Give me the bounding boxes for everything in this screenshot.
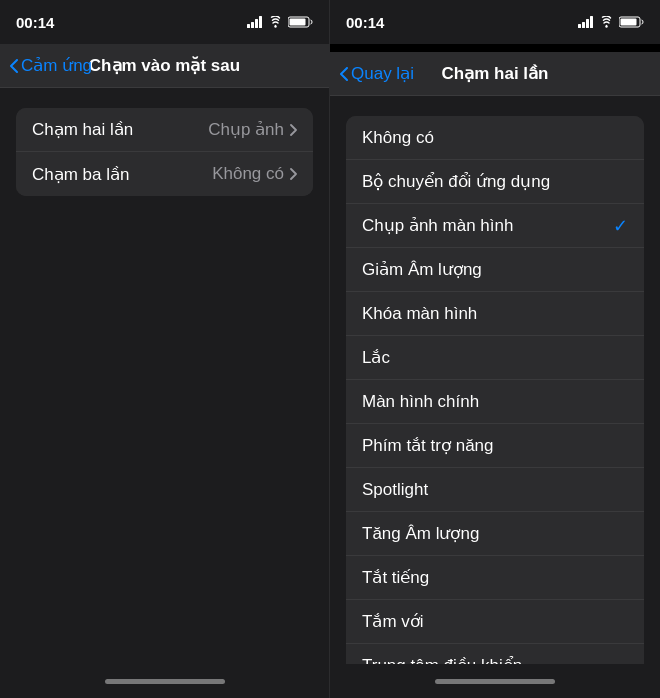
right-list-item[interactable]: Chụp ảnh màn hình✓	[346, 204, 644, 248]
left-back-label: Cảm ứng	[21, 55, 92, 76]
left-back-button[interactable]: Cảm ứng	[10, 55, 92, 76]
right-list-item[interactable]: Giảm Âm lượng	[346, 248, 644, 292]
right-list-item[interactable]: Tắt tiếng	[346, 556, 644, 600]
svg-rect-1	[251, 22, 254, 28]
right-list-item-label: Tăng Âm lượng	[362, 523, 479, 544]
svg-rect-10	[590, 16, 593, 28]
right-list-item-label: Không có	[362, 128, 434, 148]
left-item-triple-tap[interactable]: Chạm ba lần Không có	[16, 152, 313, 196]
left-status-bar: 00:14	[0, 0, 329, 44]
right-time: 00:14	[346, 14, 384, 31]
right-back-chevron-icon	[340, 67, 348, 81]
right-back-button[interactable]: Quay lại	[340, 63, 414, 84]
svg-rect-2	[255, 19, 258, 28]
left-panel: 00:14	[0, 0, 330, 698]
svg-rect-9	[586, 19, 589, 28]
left-time: 00:14	[16, 14, 54, 31]
right-list-item[interactable]: Tắm với	[346, 600, 644, 644]
battery-icon	[288, 16, 313, 28]
left-home-indicator	[0, 664, 329, 698]
right-list-item-label: Tắm với	[362, 611, 424, 632]
right-list-item[interactable]: Spotlight	[346, 468, 644, 512]
right-battery-icon	[619, 16, 644, 28]
signal-icon	[247, 16, 263, 28]
right-list-item-label: Lắc	[362, 347, 390, 368]
triple-tap-chevron-icon	[290, 168, 297, 180]
svg-rect-8	[582, 22, 585, 28]
right-list-item-label: Giảm Âm lượng	[362, 259, 482, 280]
right-list-item-label: Tắt tiếng	[362, 567, 429, 588]
right-list-item[interactable]: Màn hình chính	[346, 380, 644, 424]
left-item-triple-tap-label: Chạm ba lần	[32, 164, 129, 185]
right-signal-icon	[578, 16, 594, 28]
left-back-chevron-icon	[10, 59, 18, 73]
left-home-bar	[105, 679, 225, 684]
svg-rect-13	[621, 19, 637, 26]
right-list-item[interactable]: Khóa màn hình	[346, 292, 644, 336]
right-list-item[interactable]: Bộ chuyển đổi ứng dụng	[346, 160, 644, 204]
left-item-double-tap-label: Chạm hai lần	[32, 119, 133, 140]
left-item-double-tap-value: Chụp ảnh	[208, 119, 284, 140]
right-list-item[interactable]: Tăng Âm lượng	[346, 512, 644, 556]
right-wifi-icon	[599, 16, 614, 28]
right-list-item-label: Bộ chuyển đổi ứng dụng	[362, 171, 550, 192]
wifi-icon	[268, 16, 283, 28]
right-list-item-label: Phím tắt trợ năng	[362, 435, 494, 456]
right-dark-separator	[330, 44, 660, 52]
svg-point-4	[274, 25, 276, 27]
right-list-item[interactable]: Phím tắt trợ năng	[346, 424, 644, 468]
right-list-item[interactable]: Trung tâm điều khiển	[346, 644, 644, 664]
right-panel: 00:14 Quay lại	[330, 0, 660, 698]
right-nav-bar: Quay lại Chạm hai lần	[330, 52, 660, 96]
right-nav-title: Chạm hai lần	[442, 63, 549, 84]
right-list-item[interactable]: Lắc	[346, 336, 644, 380]
right-list-group: Không cóBộ chuyển đổi ứng dụngChụp ảnh m…	[346, 116, 644, 664]
left-item-double-tap[interactable]: Chạm hai lần Chụp ảnh	[16, 108, 313, 152]
left-nav-bar: Cảm ứng Chạm vào mặt sau	[0, 44, 329, 88]
svg-rect-0	[247, 24, 250, 28]
right-list-item-label: Màn hình chính	[362, 392, 479, 412]
right-home-bar	[435, 679, 555, 684]
svg-point-11	[605, 25, 607, 27]
left-item-triple-tap-right: Không có	[212, 164, 297, 184]
right-list-item-label: Spotlight	[362, 480, 428, 500]
svg-rect-6	[290, 19, 306, 26]
right-list-section: Không cóBộ chuyển đổi ứng dụngChụp ảnh m…	[330, 96, 660, 664]
checkmark-icon: ✓	[613, 215, 628, 237]
svg-rect-7	[578, 24, 581, 28]
svg-rect-3	[259, 16, 262, 28]
double-tap-chevron-icon	[290, 124, 297, 136]
left-list-group: Chạm hai lần Chụp ảnh Chạm ba lần Không …	[16, 108, 313, 196]
right-back-label: Quay lại	[351, 63, 414, 84]
right-status-icons	[578, 16, 644, 28]
left-status-icons	[247, 16, 313, 28]
right-list-item-label: Trung tâm điều khiển	[362, 655, 522, 664]
right-home-indicator	[330, 664, 660, 698]
left-item-double-tap-right: Chụp ảnh	[208, 119, 297, 140]
left-list-section: Chạm hai lần Chụp ảnh Chạm ba lần Không …	[0, 88, 329, 664]
left-nav-title: Chạm vào mặt sau	[89, 55, 240, 76]
right-list-item-label: Chụp ảnh màn hình	[362, 215, 513, 236]
left-item-triple-tap-value: Không có	[212, 164, 284, 184]
right-status-bar: 00:14	[330, 0, 660, 44]
right-list-item[interactable]: Không có	[346, 116, 644, 160]
right-list-item-label: Khóa màn hình	[362, 304, 477, 324]
